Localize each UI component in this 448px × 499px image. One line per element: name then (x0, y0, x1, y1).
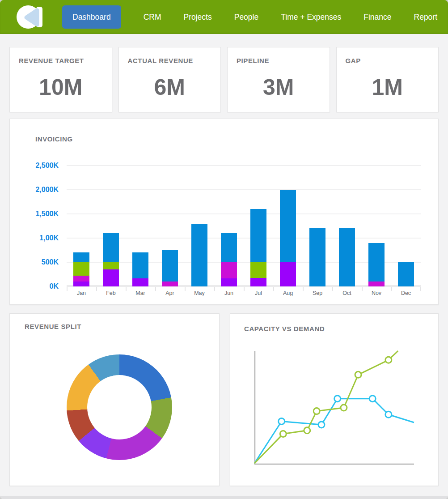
nav-item-dashboard[interactable]: Dashboard (62, 5, 121, 29)
bar-stack-feb (103, 233, 119, 286)
kpi-card-revenue-target: REVENUE TARGET 10M (9, 47, 112, 112)
bar-slot-dec (391, 166, 421, 286)
kpi-label: ACTUAL REVENUE (128, 57, 193, 64)
bar-segment-magenta-segment (73, 276, 89, 281)
bar-slot-mar (126, 166, 155, 286)
bar-segment-violet-segment (250, 278, 266, 286)
bar-segment-blue-segment (73, 252, 89, 262)
bar-segment-magenta-segment (368, 281, 385, 286)
bar-segment-blue-segment (398, 262, 414, 286)
bar-segment-magenta-segment (221, 262, 237, 278)
revenue-split-donut (67, 354, 172, 460)
top-nav: Dashboard CRM Projects People Time + Exp… (0, 0, 448, 34)
month-label: Nov (362, 290, 391, 296)
bar-segment-blue-segment (103, 233, 119, 262)
kpi-value: 3M (228, 74, 330, 100)
kpi-card-actual-revenue: ACTUAL REVENUE 6M (118, 47, 221, 112)
bar-stack-jul (250, 209, 266, 286)
bar-stack-apr (162, 250, 178, 286)
month-label: Feb (96, 290, 126, 296)
bar-stack-aug (280, 190, 296, 286)
bar-segment-violet-segment (73, 281, 89, 286)
bar-stack-jan (73, 252, 89, 286)
kpi-value: 1M (337, 74, 439, 100)
bar-slot-jul (244, 166, 273, 286)
nav-item-crm[interactable]: CRM (144, 13, 161, 22)
bar-segment-blue-segment (280, 190, 296, 262)
window-bottom-edge (0, 496, 448, 499)
bar-segment-violet-segment (103, 269, 119, 286)
kpi-value: 6M (119, 74, 221, 100)
bar-stack-sep (309, 228, 325, 286)
revenue-split-panel: REVENUE SPLIT (9, 313, 220, 486)
green-series-marker (355, 371, 361, 378)
green-series-marker (313, 408, 320, 414)
bar-segment-green-segment (73, 262, 89, 276)
app-logo[interactable] (17, 4, 42, 30)
cyan-series-marker (279, 418, 285, 424)
month-label: Mar (126, 290, 155, 296)
cyan-series-marker (385, 411, 392, 418)
bar-columns (67, 166, 421, 286)
cyan-series-marker (318, 422, 325, 428)
bar-segment-blue-segment (221, 233, 237, 262)
month-label: May (185, 290, 214, 296)
month-label: Sep (303, 290, 332, 296)
month-label: Aug (273, 290, 303, 296)
nav-item-people[interactable]: People (234, 13, 259, 22)
month-label: Jan (67, 290, 96, 296)
kpi-label: REVENUE TARGET (19, 57, 84, 64)
donut-hole (87, 375, 152, 439)
bar-segment-green-segment (250, 262, 266, 278)
nav-item-report[interactable]: Report (414, 13, 438, 22)
kpi-label: PIPELINE (237, 57, 269, 64)
bar-stack-mar (132, 252, 148, 286)
capacity-vs-demand-panel: CAPACITY VS DEMAND (230, 313, 439, 486)
revenue-split-title: REVENUE SPLIT (25, 323, 81, 330)
capacity-vs-demand-chart (254, 351, 414, 465)
kpi-row: REVENUE TARGET 10M ACTUAL REVENUE 6M PIP… (9, 47, 439, 112)
bar-slot-jun (214, 166, 244, 286)
green-series-marker (280, 431, 286, 437)
kpi-card-pipeline: PIPELINE 3M (227, 47, 330, 112)
nav-item-finance[interactable]: Finance (363, 13, 391, 22)
green-series-marker (341, 405, 347, 411)
bar-stack-nov (368, 243, 385, 286)
bar-segment-violet-segment (280, 262, 296, 286)
invoicing-chart-title: INVOICING (35, 135, 73, 143)
nav-item-projects[interactable]: Projects (183, 13, 211, 22)
cyan-series-marker (369, 396, 376, 402)
bar-segment-blue-segment (162, 250, 178, 281)
bar-stack-oct (339, 228, 355, 286)
invoicing-y-axis: 2,500K2,000K1,500K1,00K500K0K (10, 166, 59, 286)
invoicing-panel: INVOICING 2,500K2,000K1,500K1,00K500K0K … (9, 119, 439, 305)
bar-segment-green-segment (103, 262, 119, 269)
bar-slot-aug (273, 166, 303, 286)
bar-slot-oct (332, 166, 362, 286)
month-label: Apr (155, 290, 185, 296)
y-tick-label: 1,00K (39, 234, 59, 242)
bar-segment-blue-segment (309, 228, 325, 286)
kpi-label: GAP (346, 57, 361, 64)
bar-segment-violet-segment (221, 278, 237, 286)
bar-segment-blue-segment (191, 224, 207, 286)
green-series-line (254, 351, 398, 463)
invoicing-x-axis: JanFebMarAprMayJunJulAugSepOctNovDec (67, 290, 421, 296)
green-series-marker (385, 357, 392, 363)
month-label: Jul (244, 290, 273, 296)
bar-slot-apr (155, 166, 185, 286)
bar-segment-blue-segment (368, 243, 385, 281)
bar-slot-jan (67, 166, 96, 286)
bar-segment-magenta-segment (162, 281, 178, 286)
invoicing-bar-plot (67, 166, 421, 286)
bar-segment-blue-segment (132, 252, 148, 278)
bar-segment-blue-segment (339, 228, 355, 286)
bar-stack-dec (398, 262, 414, 286)
capacity-vs-demand-title: CAPACITY VS DEMAND (244, 325, 325, 333)
nav-item-time-expenses[interactable]: Time + Expenses (281, 13, 341, 22)
dashboard-screen: Dashboard CRM Projects People Time + Exp… (0, 0, 448, 499)
cyan-series-marker (334, 396, 341, 402)
green-series-marker (304, 427, 310, 434)
bar-slot-may (185, 166, 214, 286)
bar-segment-blue-segment (250, 209, 266, 262)
